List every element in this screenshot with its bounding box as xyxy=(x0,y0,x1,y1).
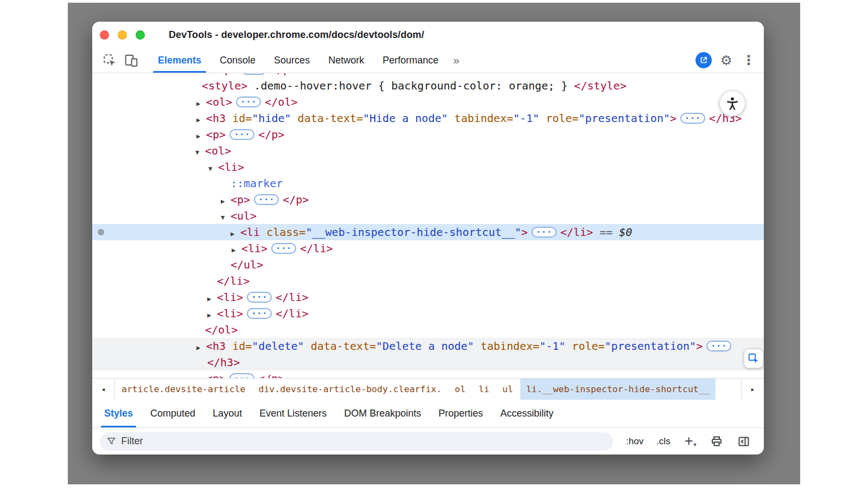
close-button[interactable] xyxy=(100,30,109,40)
panel-tab-strip: ElementsConsoleSourcesNetworkPerformance xyxy=(149,48,448,73)
expand-children-button[interactable]: ··· xyxy=(236,97,261,107)
tab-event-listeners[interactable]: Event Listeners xyxy=(251,400,335,427)
expand-arrow-icon[interactable]: ▶ xyxy=(232,242,241,258)
tab-properties[interactable]: Properties xyxy=(430,400,492,427)
breadcrumb-item[interactable]: article.devsite-article xyxy=(116,379,251,400)
device-toolbar-button[interactable] xyxy=(120,49,142,71)
expand-arrow-icon[interactable]: ▶ xyxy=(196,372,206,378)
more-panels-chevron[interactable]: » xyxy=(448,48,465,73)
tag-token: <p> xyxy=(231,193,250,206)
tab-network[interactable]: Network xyxy=(319,48,373,73)
inspect-element-button[interactable] xyxy=(99,49,120,71)
settings-button[interactable]: ⚙ xyxy=(720,54,732,67)
breadcrumb-item[interactable]: li.__web-inspector-hide-shortcut__ xyxy=(520,379,716,400)
dom-tree-row[interactable]: ▼<ul> xyxy=(92,208,764,224)
rendering-emulation-button[interactable] xyxy=(710,435,723,448)
tab-sources[interactable]: Sources xyxy=(265,48,319,73)
dom-tree-row[interactable]: ▶<ol>···</ol> xyxy=(92,94,764,110)
breadcrumb-scroll-left-button[interactable]: ◂ xyxy=(92,379,115,400)
expand-children-button[interactable]: ··· xyxy=(241,73,266,75)
tag-token: > xyxy=(670,112,676,125)
toggle-sidebar-button[interactable] xyxy=(737,435,750,448)
expand-children-button[interactable]: ··· xyxy=(247,308,272,319)
minimize-button[interactable] xyxy=(118,30,127,40)
dom-tree-row[interactable]: <style> .demo--hover:hover { background-… xyxy=(92,78,764,94)
tab-dom-breakpoints[interactable]: DOM Breakpoints xyxy=(335,400,430,427)
filter-input[interactable] xyxy=(121,436,607,447)
dom-tree-row[interactable]: ▶<li>···</li> xyxy=(92,289,764,305)
tag-token: </ol> xyxy=(265,95,297,108)
pseudo-token: ::marker xyxy=(231,177,283,190)
breadcrumb-item[interactable]: ul xyxy=(496,379,519,400)
breadcrumb-scroll-right-button[interactable]: ▸ xyxy=(741,379,764,400)
tag-token: <style> xyxy=(202,79,247,92)
expand-arrow-icon[interactable]: ▶ xyxy=(196,128,206,144)
tag-token: <li xyxy=(240,226,260,239)
breadcrumb-item[interactable]: ol xyxy=(449,379,471,400)
collapse-arrow-icon[interactable]: ▼ xyxy=(208,161,218,177)
expand-children-button[interactable]: ··· xyxy=(247,292,272,303)
dom-tree-row[interactable]: ▶<p>···</p> xyxy=(92,191,764,208)
tab-styles[interactable]: Styles xyxy=(95,400,142,427)
element-classes-button[interactable]: .cls xyxy=(656,436,671,447)
tab-accessibility[interactable]: Accessibility xyxy=(492,400,562,427)
dom-tree-row[interactable]: </h3> xyxy=(92,354,764,370)
expand-children-button[interactable]: ··· xyxy=(229,129,254,140)
tag-token: </p> xyxy=(258,128,284,141)
styles-filter-field[interactable] xyxy=(100,432,613,451)
expand-children-button[interactable]: ··· xyxy=(254,194,279,205)
tab-console[interactable]: Console xyxy=(210,48,265,73)
dom-tree-row[interactable]: ▶<p>···</p> xyxy=(92,126,764,143)
tab-computed[interactable]: Computed xyxy=(142,400,204,427)
dom-tree-row[interactable]: ▼<ol> xyxy=(92,143,764,159)
collapse-arrow-icon[interactable]: ▼ xyxy=(221,209,231,226)
dom-tree-row[interactable]: ▶<li class="__web-inspector-hide-shortcu… xyxy=(92,224,764,240)
expand-children-button[interactable]: ··· xyxy=(706,341,731,351)
dom-tree-row[interactable]: ▶<h3 id="hide" data-text="Hide a node" t… xyxy=(92,110,764,126)
expand-arrow-icon[interactable]: ▶ xyxy=(196,95,206,112)
dom-tree-row[interactable]: ▶<li>···</li> xyxy=(92,240,764,257)
accessibility-overlay-button[interactable] xyxy=(720,91,745,116)
whats-new-button[interactable] xyxy=(695,52,712,68)
tag-token: <li> xyxy=(241,242,267,255)
device-toolbar-icon xyxy=(124,53,138,67)
tab-elements[interactable]: Elements xyxy=(149,48,210,73)
expand-children-button[interactable]: ··· xyxy=(680,113,705,124)
tab-layout[interactable]: Layout xyxy=(204,400,251,427)
background-matte: DevTools - developer.chrome.com/docs/dev… xyxy=(68,3,800,484)
attribute-name-token: tabindex= xyxy=(448,112,513,125)
breadcrumb-item[interactable]: li xyxy=(473,379,495,400)
expand-children-button[interactable]: ··· xyxy=(532,227,557,238)
left-arrow-icon: ◂ xyxy=(101,385,106,393)
expand-arrow-icon[interactable]: ▶ xyxy=(207,291,217,307)
breadcrumb-item[interactable]: div.devsite-article-body.clearfix. xyxy=(252,379,448,400)
dom-tree-row[interactable]: </li> xyxy=(92,273,764,289)
attribute-value-token: "Delete a node" xyxy=(376,340,474,353)
dom-tree-row[interactable]: </ul> xyxy=(92,257,764,273)
dom-tree-row[interactable]: ▶<h3 id="delete" data-text="Delete a nod… xyxy=(92,338,764,354)
expand-children-button[interactable]: ··· xyxy=(271,243,296,254)
dom-tree-row[interactable]: </ol> xyxy=(92,322,764,338)
toggle-element-state-button[interactable]: :hov xyxy=(626,436,643,447)
expand-arrow-icon[interactable]: ▶ xyxy=(196,112,206,128)
main-menu-button[interactable]: ⋮ xyxy=(742,54,755,67)
expand-arrow-icon[interactable]: ▶ xyxy=(221,193,231,209)
tab-performance[interactable]: Performance xyxy=(373,48,448,73)
tag-token: </li> xyxy=(276,307,308,320)
dom-tree-row[interactable]: ▶<p>···</p> xyxy=(92,73,764,78)
new-style-rule-button[interactable]: + ▾ xyxy=(685,435,697,447)
expand-arrow-icon[interactable]: ▶ xyxy=(196,340,206,356)
expand-children-button[interactable]: ··· xyxy=(229,373,254,378)
zoom-button[interactable] xyxy=(136,30,145,40)
dom-tree-row[interactable]: ▶<li>···</li> xyxy=(92,305,764,322)
dom-tree-row[interactable]: ▶<p>···</p> xyxy=(92,370,764,378)
pick-element-button[interactable] xyxy=(744,349,763,368)
dom-tree-row[interactable]: ▼<li> xyxy=(92,159,764,175)
attribute-name-token: tabindex= xyxy=(474,340,539,353)
tag-token: <h3 xyxy=(206,112,226,125)
tag-token: </li> xyxy=(300,242,333,255)
dom-tree-row[interactable]: ::marker xyxy=(92,175,764,191)
expand-arrow-icon[interactable]: ▶ xyxy=(231,226,240,242)
expand-arrow-icon[interactable]: ▶ xyxy=(207,307,217,323)
collapse-arrow-icon[interactable]: ▼ xyxy=(195,144,205,161)
